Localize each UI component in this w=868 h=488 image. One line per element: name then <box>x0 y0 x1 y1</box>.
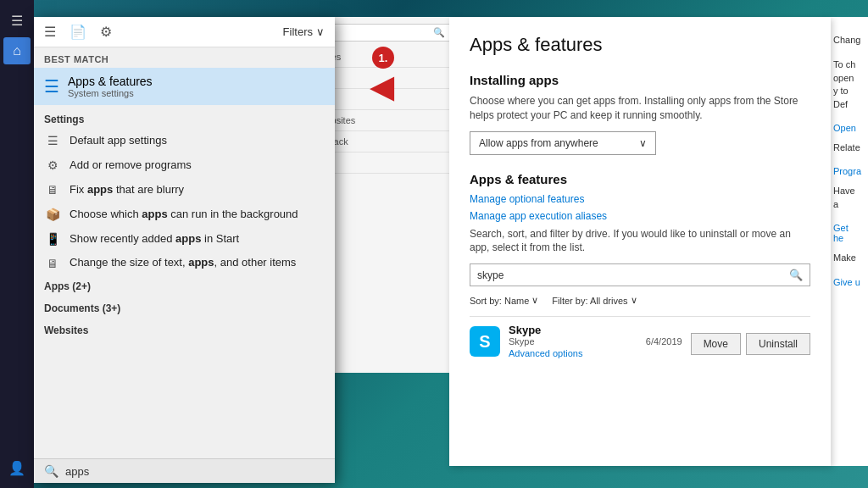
right-panel-gethe-link[interactable]: Get he <box>833 223 861 243</box>
app-search-icon: 🔍 <box>789 269 803 281</box>
recently-added-icon: 📱 <box>44 232 61 246</box>
best-match-subtitle: System settings <box>68 88 153 98</box>
installing-apps-desc: Choose where you can get apps from. Inst… <box>470 94 810 123</box>
sort-chevron-icon: ∨ <box>531 295 538 306</box>
apps-features-heading: Apps & features <box>470 172 810 186</box>
text-size-icon: 🖥 <box>44 257 61 270</box>
right-panel-progra-link[interactable]: Progra <box>833 166 861 176</box>
menu-item-fix-apps[interactable]: 🖥 Fix apps that are blurry <box>34 178 335 202</box>
default-apps-icon: ☰ <box>44 134 61 147</box>
allow-apps-dropdown[interactable]: Allow apps from anywhere ∨ <box>470 131 656 155</box>
app-item-skype: S Skype Skype Advanced options 6/4/2019 … <box>470 316 810 366</box>
background-apps-text: Choose which apps can run in the backgro… <box>70 208 298 222</box>
filter-chevron-icon: ∨ <box>631 295 637 306</box>
skype-icon-letter: S <box>479 332 490 352</box>
fix-apps-text: Fix apps that are blurry <box>70 183 184 197</box>
app-search-input[interactable] <box>477 269 789 281</box>
text-size-text: Change the size of text, apps, and other… <box>70 256 296 270</box>
websites-label: Websites <box>34 319 335 341</box>
start-menu: ☰ 📄 ⚙ Filters ∨ Best match ☰ Apps & feat… <box>34 17 335 483</box>
people-icon[interactable]: 👤 <box>3 454 31 481</box>
hamburger-icon[interactable]: ☰ <box>3 7 31 34</box>
apps-features-panel: Apps & features Installing apps Choose w… <box>449 17 831 466</box>
app-action-buttons: Move Uninstall 2. ◀ <box>691 328 810 355</box>
best-match-label: Best match <box>34 47 335 68</box>
best-match-item[interactable]: ☰ Apps & features System settings 1. ◀ <box>34 68 335 105</box>
documents-count: Documents (3+) <box>34 297 335 319</box>
menu-item-background-apps[interactable]: 📦 Choose which apps can run in the backg… <box>34 202 335 227</box>
background-apps-icon: 📦 <box>44 208 61 221</box>
dropdown-value: Allow apps from anywhere <box>479 137 598 149</box>
sort-label: Sort by: Name <box>470 296 529 306</box>
move-button[interactable]: Move <box>691 333 741 355</box>
right-panel: Chang To ch open y to Def Open Relate Pr… <box>826 17 868 466</box>
filter-label: Filter by: All drives <box>552 296 627 306</box>
app-item-subname: Skype <box>509 336 646 347</box>
home-icon[interactable]: ⌂ <box>3 37 31 64</box>
start-menu-top-bar: ☰ 📄 ⚙ Filters ∨ <box>34 17 335 47</box>
uninstall-button[interactable]: Uninstall <box>746 333 810 355</box>
right-panel-open-link[interactable]: Open <box>833 123 861 133</box>
right-panel-change: Chang <box>833 34 861 47</box>
search-input[interactable] <box>65 465 325 478</box>
manage-optional-link[interactable]: Manage optional features <box>470 193 810 205</box>
add-remove-text: Add or remove programs <box>70 158 192 173</box>
right-panel-desc: To ch open y to Def <box>833 58 861 111</box>
right-panel-have: Have a <box>833 185 861 211</box>
app-item-date: 6/4/2019 <box>646 336 682 347</box>
best-match-title: Apps & features <box>68 75 153 88</box>
dropdown-chevron-icon: ∨ <box>639 137 647 149</box>
taskbar-left: ☰ ⌂ 👤 <box>0 0 34 488</box>
badge-1: 1. <box>372 47 394 69</box>
menu-item-default-apps[interactable]: ☰ Default app settings <box>34 129 335 153</box>
installing-apps-heading: Installing apps <box>470 73 810 87</box>
settings-section-label: Settings <box>34 105 335 129</box>
sort-by-selector[interactable]: Sort by: Name ∨ <box>470 295 538 306</box>
app-item-name: Skype <box>509 324 646 336</box>
menu-item-text-size[interactable]: 🖥 Change the size of text, apps, and oth… <box>34 251 335 275</box>
manage-execution-link[interactable]: Manage app execution aliases <box>470 210 810 222</box>
filters-button[interactable]: Filters ∨ <box>283 25 325 38</box>
filter-by-selector[interactable]: Filter by: All drives ∨ <box>552 295 637 306</box>
panel-title: Apps & features <box>470 34 810 56</box>
menu-item-add-remove[interactable]: ⚙ Add or remove programs <box>34 153 335 178</box>
right-panel-relate: Relate <box>833 141 861 154</box>
fix-apps-icon: 🖥 <box>44 183 61 197</box>
menu-icon[interactable]: ☰ <box>44 24 56 40</box>
arrow-right-icon: ◀ <box>370 70 394 103</box>
chevron-down-icon: ∨ <box>316 25 325 38</box>
default-apps-text: Default app settings <box>70 134 167 148</box>
gear-icon[interactable]: ⚙ <box>100 24 112 40</box>
right-panel-giveu-link[interactable]: Give u <box>833 277 861 287</box>
add-remove-icon: ⚙ <box>44 158 61 172</box>
search-bar-icon: 🔍 <box>44 464 58 478</box>
document-icon[interactable]: 📄 <box>70 24 86 40</box>
app-search-container: 🔍 ◀ <box>470 263 810 286</box>
right-panel-make: Make <box>833 252 861 264</box>
menu-item-recently-added[interactable]: 📱 Show recently added apps in Start <box>34 227 335 252</box>
search-bar: 🔍 <box>34 458 335 483</box>
app-search-box: 🔍 <box>470 263 810 286</box>
annotation-1: 1. ◀ <box>370 70 394 103</box>
advanced-options-link[interactable]: Advanced options <box>509 348 582 358</box>
apps-features-icon: ☰ <box>44 76 59 97</box>
recently-added-text: Show recently added apps in Start <box>70 232 239 247</box>
skype-app-icon: S <box>470 326 500 357</box>
apps-search-desc: Search, sort, and filter by drive. If yo… <box>470 227 810 256</box>
apps-count: Apps (2+) <box>34 275 335 297</box>
sort-filter-row: Sort by: Name ∨ Filter by: All drives ∨ <box>470 295 810 306</box>
